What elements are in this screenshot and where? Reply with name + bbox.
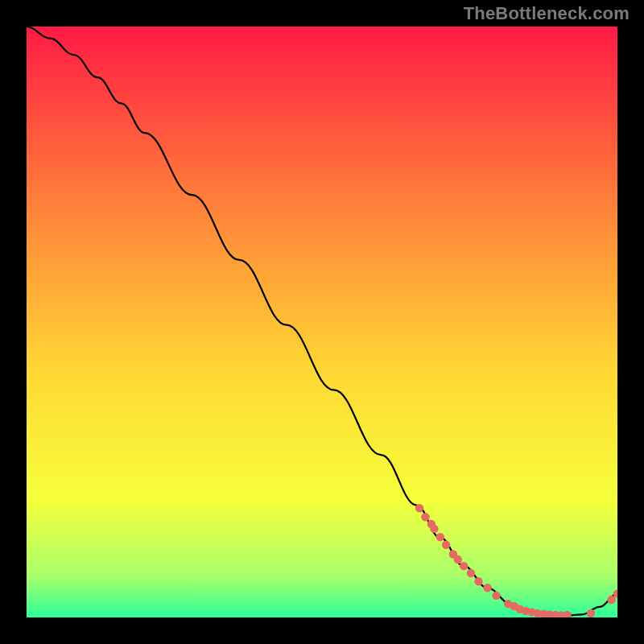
- plot-svg: [27, 27, 617, 617]
- chart-stage: TheBottleneck.com: [0, 0, 644, 644]
- data-dot: [430, 525, 438, 533]
- data-dot: [474, 577, 482, 585]
- data-dot: [492, 592, 500, 600]
- data-dot: [587, 609, 595, 617]
- data-dot: [607, 596, 615, 604]
- data-dot: [436, 533, 444, 541]
- data-dot: [421, 513, 429, 521]
- data-dot: [442, 541, 450, 549]
- data-dot: [467, 569, 475, 577]
- watermark-text: TheBottleneck.com: [464, 3, 630, 24]
- data-dot: [483, 584, 491, 592]
- gradient-bg: [27, 27, 617, 617]
- plot-area: [27, 27, 617, 617]
- data-dot: [460, 562, 468, 570]
- data-dot: [454, 555, 462, 564]
- data-dot: [415, 504, 423, 512]
